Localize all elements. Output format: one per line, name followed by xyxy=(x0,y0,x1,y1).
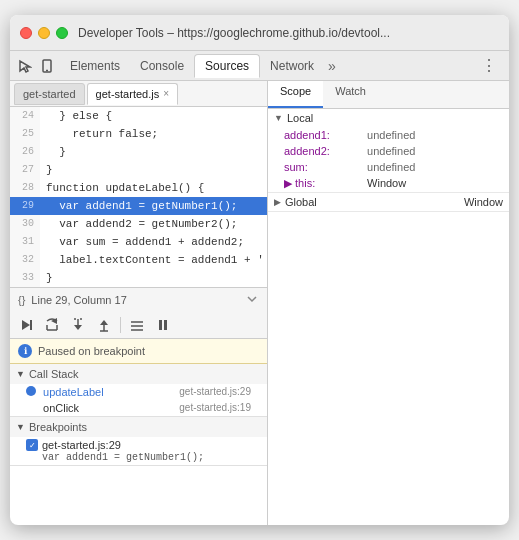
pause-banner: ℹ Paused on breakpoint xyxy=(10,339,267,364)
svg-marker-14 xyxy=(100,320,108,325)
pause-text: Paused on breakpoint xyxy=(38,345,145,357)
callstack-triangle: ▼ xyxy=(16,369,25,379)
scope-local-header[interactable]: ▼ Local xyxy=(268,109,509,127)
call-stack-header[interactable]: ▼ Call Stack xyxy=(10,364,267,384)
right-panel: Scope Watch ▼ Local addend1: undefined a… xyxy=(268,81,509,525)
deactivate-button[interactable] xyxy=(127,315,147,335)
bottom-left-panel: ℹ Paused on breakpoint ▼ Call Stack upda… xyxy=(10,339,268,466)
maximize-button[interactable] xyxy=(56,27,68,39)
callstack-item-updatelabel[interactable]: updateLabel get-started.js:29 xyxy=(10,384,267,400)
mobile-icon[interactable] xyxy=(38,57,56,75)
step-into-button[interactable] xyxy=(68,315,88,335)
code-line-32: 32 label.textContent = addend1 + ' + ' +… xyxy=(10,251,267,269)
tab-watch[interactable]: Watch xyxy=(323,81,378,108)
breakpoint-checkbox[interactable]: ✓ xyxy=(26,439,38,451)
scope-local-label: Local xyxy=(287,112,313,124)
svg-marker-10 xyxy=(74,325,82,330)
main-tabs-row: Elements Console Sources Network » ⋮ xyxy=(10,51,509,81)
left-panel: get-started get-started.js × 24 } else {… xyxy=(10,81,268,525)
tab-sources[interactable]: Sources xyxy=(194,54,260,78)
scope-item-this[interactable]: ▶ this: Window xyxy=(268,175,509,192)
svg-rect-19 xyxy=(159,320,162,330)
bracket-icon: {} xyxy=(18,294,25,306)
scope-tabs: Scope Watch xyxy=(268,81,509,109)
code-line-33: 33 } xyxy=(10,269,267,287)
breakpoints-section: ▼ Breakpoints ✓ get-started.js:29 var ad… xyxy=(10,417,267,466)
code-line-28: 28 function updateLabel() { xyxy=(10,179,267,197)
tab-scope[interactable]: Scope xyxy=(268,81,323,108)
code-line-31: 31 var sum = addend1 + addend2; xyxy=(10,233,267,251)
file-tabs: get-started get-started.js × xyxy=(10,81,267,107)
code-area[interactable]: 24 } else { 25 return false; 26 } 27 } 2 xyxy=(10,107,267,287)
code-line-26: 26 } xyxy=(10,143,267,161)
breakpoints-header[interactable]: ▼ Breakpoints xyxy=(10,417,267,437)
svg-marker-3 xyxy=(22,320,30,330)
debug-toolbar xyxy=(10,311,267,339)
resume-button[interactable] xyxy=(16,315,36,335)
file-tab-getstarted[interactable]: get-started xyxy=(14,83,85,105)
breakpoint-item-1: ✓ get-started.js:29 var addend1 = getNum… xyxy=(10,437,267,465)
code-line-29: 29 var addend1 = getNumber1(); xyxy=(10,197,267,215)
callstack-dot-icon xyxy=(26,386,36,396)
debug-divider xyxy=(120,317,121,333)
svg-rect-20 xyxy=(164,320,167,330)
call-stack-section: ▼ Call Stack updateLabel get-started.js:… xyxy=(10,364,267,417)
info-icon: ℹ xyxy=(18,344,32,358)
code-line-25: 25 return false; xyxy=(10,125,267,143)
traffic-lights xyxy=(20,27,68,39)
pause-on-exception-button[interactable] xyxy=(153,315,173,335)
scope-group-local: ▼ Local addend1: undefined addend2: unde… xyxy=(268,109,509,193)
breakpoint-code: var addend1 = getNumber1(); xyxy=(26,452,251,463)
step-out-button[interactable] xyxy=(94,315,114,335)
svg-marker-0 xyxy=(20,61,30,72)
minimize-button[interactable] xyxy=(38,27,50,39)
scope-global-label: Global xyxy=(285,196,317,208)
scope-content: ▼ Local addend1: undefined addend2: unde… xyxy=(268,109,509,525)
main-content: get-started get-started.js × 24 } else {… xyxy=(10,81,509,525)
code-line-30: 30 var addend2 = getNumber2(); xyxy=(10,215,267,233)
window-title: Developer Tools – https://googlechrome.g… xyxy=(78,26,499,40)
devtools-window: Developer Tools – https://googlechrome.g… xyxy=(10,15,509,525)
scope-global-value: Window xyxy=(464,196,503,208)
scope-item-addend2: addend2: undefined xyxy=(268,143,509,159)
tab-elements[interactable]: Elements xyxy=(60,55,130,77)
status-right-icon[interactable] xyxy=(245,292,259,308)
breakpoints-triangle: ▼ xyxy=(16,422,25,432)
file-tab-close[interactable]: × xyxy=(163,88,169,99)
step-over-button[interactable] xyxy=(42,315,62,335)
code-line-27: 27 } xyxy=(10,161,267,179)
svg-rect-4 xyxy=(30,320,32,330)
scope-global-header[interactable]: ▶ Global Window xyxy=(268,193,509,211)
scope-item-sum: sum: undefined xyxy=(268,159,509,175)
status-bar: {} Line 29, Column 17 xyxy=(10,287,267,311)
triangle-down-icon: ▼ xyxy=(274,113,283,123)
breakpoint-label: get-started.js:29 xyxy=(42,439,121,451)
triangle-right-icon: ▶ xyxy=(274,197,281,207)
cursor-icon[interactable] xyxy=(16,57,34,75)
scope-group-global: ▶ Global Window xyxy=(268,193,509,212)
scope-item-addend1: addend1: undefined xyxy=(268,127,509,143)
file-tab-getstarted-js[interactable]: get-started.js × xyxy=(87,83,178,105)
code-line-24: 24 } else { xyxy=(10,107,267,125)
tab-console[interactable]: Console xyxy=(130,55,194,77)
more-tabs-button[interactable]: » xyxy=(328,58,336,74)
callstack-item-onclick[interactable]: onClick get-started.js:19 xyxy=(10,400,267,416)
tab-menu-button[interactable]: ⋮ xyxy=(475,56,503,75)
close-button[interactable] xyxy=(20,27,32,39)
titlebar: Developer Tools – https://googlechrome.g… xyxy=(10,15,509,51)
status-position: Line 29, Column 17 xyxy=(31,294,126,306)
tab-network[interactable]: Network xyxy=(260,55,324,77)
